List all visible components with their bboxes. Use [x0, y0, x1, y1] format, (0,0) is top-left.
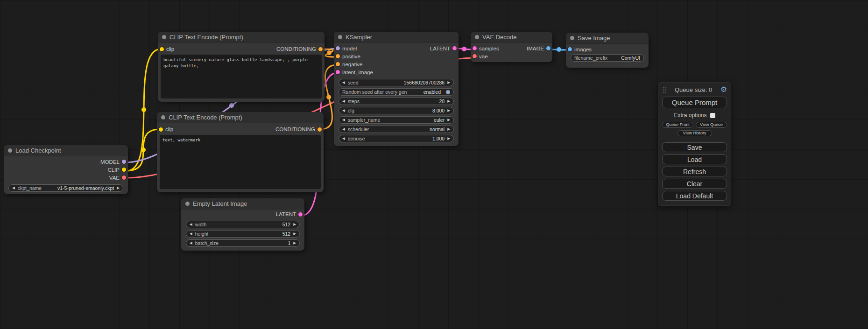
clip-slot-dot-icon[interactable] — [160, 47, 164, 51]
clear-button[interactable]: Clear — [662, 179, 727, 189]
queue-front-button[interactable]: Queue Front — [662, 122, 693, 128]
input-slot-clip[interactable]: clip — [160, 46, 174, 52]
output-slot-image[interactable]: IMAGE — [527, 46, 550, 51]
input-slot-clip[interactable]: clip — [159, 126, 173, 132]
scheduler-widget[interactable]: ◀ scheduler normal ▶ — [339, 126, 454, 133]
latent-slot-dot-icon[interactable] — [336, 70, 340, 74]
latent-slot-dot-icon[interactable] — [473, 46, 477, 50]
node-ksampler[interactable]: KSampler model LATENT positive — [334, 32, 459, 146]
link-midpoint-dot[interactable] — [462, 47, 466, 51]
output-slot-vae[interactable]: VAE — [109, 175, 126, 181]
seed-widget[interactable]: ◀ seed 156680208700286 ▶ — [339, 79, 454, 86]
view-history-button[interactable]: View History — [677, 130, 712, 136]
increment-arrow-icon[interactable]: ▶ — [117, 186, 120, 190]
latent-slot-dot-icon[interactable] — [452, 46, 457, 50]
output-slot-conditioning[interactable]: CONDITIONING — [275, 126, 322, 132]
load-default-button[interactable]: Load Default — [662, 191, 727, 201]
queue-prompt-button[interactable]: Queue Prompt — [662, 97, 727, 108]
decrement-arrow-icon[interactable]: ◀ — [342, 109, 345, 112]
increment-arrow-icon[interactable]: ▶ — [447, 81, 450, 84]
link-midpoint-dot[interactable] — [327, 50, 332, 55]
output-slot-conditioning[interactable]: CONDITIONING — [276, 46, 323, 52]
ckpt-name-widget[interactable]: ◀ ckpt_name v1-5-pruned-emaonly.ckpt ▶ — [8, 184, 123, 192]
collapse-dot-icon[interactable] — [185, 202, 190, 206]
random-seed-toggle-widget[interactable]: Random seed after every gen enabled — [339, 88, 454, 96]
increment-arrow-icon[interactable]: ▶ — [293, 223, 296, 226]
vae-slot-dot-icon[interactable] — [473, 54, 477, 58]
vae-slot-dot-icon[interactable] — [122, 175, 126, 180]
collapse-dot-icon[interactable] — [475, 35, 479, 39]
input-slot-images[interactable]: images — [568, 47, 592, 52]
positive-prompt-textarea[interactable]: beautiful scenery nature glass bottle la… — [161, 55, 322, 98]
increment-arrow-icon[interactable]: ▶ — [447, 137, 450, 140]
input-slot-latent-image[interactable]: latent_image — [336, 70, 373, 75]
sampler-name-widget[interactable]: ◀ sampler_name euler ▶ — [339, 116, 454, 124]
input-slot-positive[interactable]: positive — [336, 54, 360, 59]
decrement-arrow-icon[interactable]: ◀ — [342, 99, 345, 103]
model-slot-dot-icon[interactable] — [122, 160, 126, 164]
input-slot-vae[interactable]: vae — [473, 54, 488, 59]
output-slot-model[interactable]: MODEL — [100, 159, 126, 165]
toggle-dot-icon[interactable] — [446, 90, 450, 94]
conditioning-slot-dot-icon[interactable] — [318, 47, 323, 51]
width-widget[interactable]: ◀ width 512 ▶ — [186, 221, 300, 228]
node-title-bar[interactable]: Save Image — [566, 33, 649, 44]
node-title-bar[interactable]: Load Checkpoint — [4, 145, 128, 156]
collapse-dot-icon[interactable] — [162, 35, 166, 39]
node-empty-latent-image[interactable]: Empty Latent Image LATENT ◀ width 512 ▶ … — [181, 198, 304, 251]
collapse-dot-icon[interactable] — [570, 36, 574, 40]
link-midpoint-dot[interactable] — [229, 103, 234, 108]
decrement-arrow-icon[interactable]: ◀ — [342, 137, 345, 140]
clip-slot-dot-icon[interactable] — [122, 168, 126, 172]
output-slot-latent[interactable]: LATENT — [276, 211, 303, 217]
node-clip-text-encode-positive[interactable]: CLIP Text Encode (Prompt) clip CONDITION… — [158, 32, 325, 102]
node-title-bar[interactable]: KSampler — [334, 32, 459, 43]
extra-options-checkbox[interactable] — [710, 113, 715, 118]
decrement-arrow-icon[interactable]: ◀ — [190, 232, 192, 236]
settings-gear-icon[interactable]: ⚙ — [720, 86, 727, 93]
increment-arrow-icon[interactable]: ▶ — [447, 127, 450, 131]
node-clip-text-encode-negative[interactable]: CLIP Text Encode (Prompt) clip CONDITION… — [157, 112, 324, 192]
decrement-arrow-icon[interactable]: ◀ — [342, 81, 345, 84]
latent-slot-dot-icon[interactable] — [298, 212, 303, 217]
image-slot-dot-icon[interactable] — [546, 46, 550, 50]
image-slot-dot-icon[interactable] — [568, 47, 572, 51]
node-save-image[interactable]: Save Image images filename_prefix ComfyU… — [566, 33, 649, 68]
increment-arrow-icon[interactable]: ▶ — [447, 99, 450, 103]
link-midpoint-dot[interactable] — [141, 107, 146, 112]
clip-slot-dot-icon[interactable] — [159, 127, 163, 132]
collapse-dot-icon[interactable] — [161, 115, 165, 119]
increment-arrow-icon[interactable]: ▶ — [447, 109, 450, 112]
node-title-bar[interactable]: CLIP Text Encode (Prompt) — [157, 112, 324, 123]
conditioning-slot-dot-icon[interactable] — [336, 54, 340, 58]
decrement-arrow-icon[interactable]: ◀ — [342, 118, 345, 122]
conditioning-slot-dot-icon[interactable] — [336, 62, 340, 66]
negative-prompt-textarea[interactable]: text, watermark — [160, 135, 321, 189]
increment-arrow-icon[interactable]: ▶ — [447, 118, 450, 122]
input-slot-model[interactable]: model — [336, 46, 357, 51]
drag-handle-icon[interactable]: ⣿ — [662, 87, 667, 93]
cfg-widget[interactable]: ◀ cfg 8.000 ▶ — [339, 107, 454, 114]
collapse-dot-icon[interactable] — [8, 148, 12, 153]
decrement-arrow-icon[interactable]: ◀ — [190, 223, 192, 226]
link-midpoint-dot[interactable] — [557, 47, 561, 52]
batch-size-widget[interactable]: ◀ batch_size 1 ▶ — [186, 239, 300, 247]
model-slot-dot-icon[interactable] — [336, 46, 340, 50]
link-midpoint-dot[interactable] — [141, 147, 146, 152]
height-widget[interactable]: ◀ height 512 ▶ — [186, 230, 300, 238]
output-slot-clip[interactable]: CLIP — [107, 167, 126, 173]
increment-arrow-icon[interactable]: ▶ — [293, 241, 296, 245]
input-slot-negative[interactable]: negative — [336, 62, 362, 67]
node-title-bar[interactable]: CLIP Text Encode (Prompt) — [158, 32, 325, 43]
denoise-widget[interactable]: ◀ denoise 1.000 ▶ — [339, 135, 454, 142]
output-slot-latent[interactable]: LATENT — [430, 46, 457, 51]
decrement-arrow-icon[interactable]: ◀ — [190, 241, 192, 245]
load-button[interactable]: Load — [662, 154, 727, 164]
link-midpoint-dot[interactable] — [326, 95, 331, 99]
decrement-arrow-icon[interactable]: ◀ — [342, 127, 345, 131]
increment-arrow-icon[interactable]: ▶ — [293, 232, 296, 236]
decrement-arrow-icon[interactable]: ◀ — [12, 186, 15, 190]
conditioning-slot-dot-icon[interactable] — [318, 127, 322, 132]
collapse-dot-icon[interactable] — [338, 35, 342, 39]
node-title-bar[interactable]: Empty Latent Image — [181, 198, 304, 210]
